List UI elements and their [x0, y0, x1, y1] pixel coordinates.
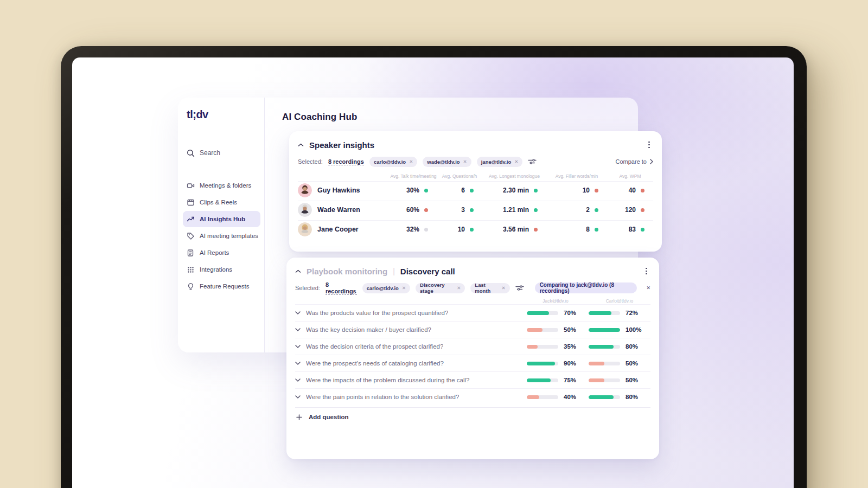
sidebar-item-clips-reels[interactable]: Clips & Reels [183, 194, 260, 210]
lightbulb-icon [187, 282, 195, 291]
progress-bar [527, 362, 558, 365]
search-icon [187, 149, 195, 157]
speaker-table-header: Avg. Talk time/meeting Avg. Questions/h … [298, 172, 653, 179]
status-dot [534, 189, 538, 192]
question-row[interactable]: Were the pain points in relation to the … [295, 388, 650, 405]
progress-bar [589, 311, 620, 315]
progress-bar [589, 345, 620, 349]
playbook-monitoring-label: Playbook monitoring [307, 267, 387, 276]
chip-close-icon[interactable]: ✕ [463, 159, 467, 164]
sidebar-item-ai-insights-hub[interactable]: AI Insights Hub [183, 211, 260, 227]
insights-chart-icon [187, 215, 195, 223]
chip-close-icon[interactable]: ✕ [409, 159, 413, 164]
laptop-screen: tl;dv Search Meetings & folders Clips & … [72, 57, 794, 488]
recordings-count-link[interactable]: 8 recordings [328, 158, 364, 165]
chip-close-icon[interactable]: ✕ [457, 285, 461, 291]
tag-icon [187, 232, 195, 240]
comparing-to-pill[interactable]: Comparing to jack@tldv.io (8 recordings) [535, 282, 637, 293]
status-dot [595, 208, 598, 212]
selected-label: Selected: [298, 158, 323, 165]
clips-icon [187, 198, 195, 207]
chevron-down-icon[interactable] [295, 328, 301, 331]
chevron-down-icon[interactable] [295, 345, 301, 348]
filter-icon[interactable] [528, 158, 537, 165]
sidebar-item-integrations[interactable]: Integrations [183, 261, 260, 278]
filter-icon[interactable] [515, 285, 524, 291]
kebab-menu-icon[interactable] [642, 266, 650, 277]
status-dot [470, 228, 474, 232]
playbook-monitoring-panel: Playbook monitoring | Discovery call Sel… [286, 258, 659, 459]
chevron-down-icon[interactable] [295, 362, 301, 365]
filter-chip-carlo[interactable]: carlo@tldv.io ✕ [362, 283, 410, 293]
add-question-button[interactable]: Add question [295, 407, 650, 422]
filter-chip-carlo[interactable]: carlo@tldv.io ✕ [369, 157, 417, 167]
tldv-logo: tl;dv [187, 108, 257, 121]
status-dot [641, 208, 644, 212]
status-dot [534, 208, 538, 212]
filter-chip-last-month[interactable]: Last month ✕ [470, 283, 509, 293]
collapse-chevron-up-icon[interactable] [298, 143, 304, 147]
question-row[interactable]: Was the products value for the prospect … [295, 304, 650, 321]
table-row[interactable]: Jane Cooper 32% 10 3.56 min 8 83 [298, 220, 653, 238]
compare-to-button[interactable]: Compare to [616, 158, 653, 165]
avatar [298, 222, 312, 236]
sidebar-item-feature-requests[interactable]: Feature Requests [183, 278, 260, 294]
discovery-call-title: Discovery call [400, 267, 455, 276]
sidebar-item-meetings-folders[interactable]: Meetings & folders [183, 177, 260, 194]
question-row[interactable]: Was the decision criteria of the prospec… [295, 338, 650, 355]
video-camera-icon [187, 182, 195, 190]
grid-dots-icon [187, 266, 195, 274]
chip-close-icon[interactable]: ✕ [502, 285, 506, 291]
search-label: Search [200, 149, 220, 157]
status-dot [641, 189, 644, 192]
status-dot [424, 208, 428, 212]
plus-icon [296, 414, 302, 420]
speaker-insights-title: Speaker insights [309, 140, 374, 150]
progress-bar [527, 311, 558, 315]
filter-chip-jane[interactable]: jane@tldv.io ✕ [477, 157, 523, 167]
table-row[interactable]: Guy Hawkins 30% 6 2.30 min 10 40 [298, 181, 653, 199]
comparison-column-labels: Jack@tldv.io Carlo@tldv.io [295, 298, 650, 304]
filter-chip-wade[interactable]: wade@tldv.io ✕ [423, 157, 471, 167]
speaker-insights-panel: Speaker insights Selected: 8 recordings … [289, 131, 662, 252]
chip-close-icon[interactable]: ✕ [514, 159, 518, 164]
avatar [298, 203, 312, 217]
sidebar: tl;dv Search Meetings & folders Clips & … [178, 98, 265, 352]
status-dot [595, 228, 598, 232]
chevron-down-icon[interactable] [295, 378, 301, 382]
selected-label: Selected: [295, 285, 320, 291]
page-title: AI Coaching Hub [282, 112, 357, 123]
kebab-menu-icon[interactable] [645, 139, 653, 151]
chip-close-icon[interactable]: ✕ [402, 285, 406, 291]
question-row[interactable]: Was the key decision maker / buyer clari… [295, 321, 650, 338]
status-dot [424, 189, 428, 192]
sidebar-item-ai-meeting-templates[interactable]: AI meeting templates [183, 228, 260, 244]
question-row[interactable]: Were the impacts of the problem discusse… [295, 371, 650, 388]
avatar [298, 183, 312, 197]
sidebar-item-ai-reports[interactable]: AI Reports [183, 245, 260, 261]
status-dot [470, 189, 474, 192]
progress-bar [589, 328, 620, 332]
status-dot [534, 228, 538, 232]
collapse-chevron-up-icon[interactable] [295, 269, 301, 273]
question-row[interactable]: Were the prospect's needs of cataloging … [295, 355, 650, 371]
chevron-down-icon[interactable] [295, 395, 301, 399]
filter-chip-discovery-stage[interactable]: Discovery stage ✕ [416, 283, 465, 293]
progress-bar [527, 395, 558, 399]
progress-bar [527, 378, 558, 382]
report-icon [187, 249, 195, 257]
chevron-right-icon [650, 159, 653, 164]
progress-bar [589, 395, 620, 399]
status-dot [595, 189, 598, 192]
chevron-down-icon[interactable] [295, 311, 301, 314]
status-dot [641, 228, 644, 232]
comparing-close-icon[interactable]: ✕ [646, 285, 650, 291]
search-input[interactable]: Search [187, 145, 257, 161]
recordings-count-link[interactable]: 8 recordings [326, 281, 357, 295]
table-row[interactable]: Wade Warren 60% 3 1.21 min 2 120 [298, 201, 653, 219]
progress-bar [589, 378, 620, 382]
laptop-frame: tl;dv Search Meetings & folders Clips & … [61, 46, 807, 488]
progress-bar [527, 328, 558, 332]
progress-bar [527, 345, 558, 349]
progress-bar [589, 362, 620, 365]
